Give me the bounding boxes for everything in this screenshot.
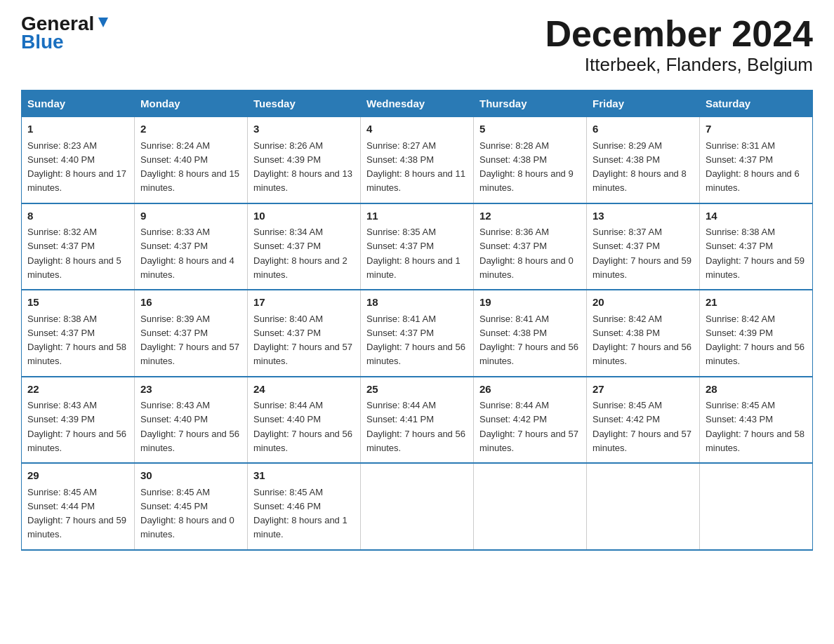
day-number: 6 — [593, 121, 694, 137]
table-row: 6 Sunrise: 8:29 AMSunset: 4:38 PMDayligh… — [587, 117, 700, 203]
table-row: 14 Sunrise: 8:38 AMSunset: 4:37 PMDaylig… — [700, 203, 813, 290]
logo: General Blue — [21, 14, 111, 53]
day-info: Sunrise: 8:41 AMSunset: 4:37 PMDaylight:… — [366, 314, 465, 367]
day-info: Sunrise: 8:44 AMSunset: 4:40 PMDaylight:… — [253, 400, 352, 453]
page-header: General Blue December 2024 Itterbeek, Fl… — [21, 14, 813, 76]
table-row: 11 Sunrise: 8:35 AMSunset: 4:37 PMDaylig… — [361, 203, 474, 290]
table-row: 26 Sunrise: 8:44 AMSunset: 4:42 PMDaylig… — [474, 377, 587, 464]
day-info: Sunrise: 8:26 AMSunset: 4:39 PMDaylight:… — [253, 140, 352, 194]
table-row: 20 Sunrise: 8:42 AMSunset: 4:38 PMDaylig… — [587, 290, 700, 377]
logo-triangle-icon — [95, 15, 111, 30]
table-row: 28 Sunrise: 8:45 AMSunset: 4:43 PMDaylig… — [700, 377, 813, 464]
table-row: 29 Sunrise: 8:45 AMSunset: 4:44 PMDaylig… — [22, 463, 135, 550]
day-number: 21 — [706, 295, 807, 311]
table-row: 24 Sunrise: 8:44 AMSunset: 4:40 PMDaylig… — [248, 377, 361, 464]
day-number: 1 — [27, 121, 128, 137]
day-number: 22 — [27, 382, 128, 398]
table-row: 21 Sunrise: 8:42 AMSunset: 4:39 PMDaylig… — [700, 290, 813, 377]
day-info: Sunrise: 8:38 AMSunset: 4:37 PMDaylight:… — [706, 227, 805, 280]
day-number: 13 — [593, 208, 694, 224]
day-number: 10 — [253, 208, 355, 224]
day-info: Sunrise: 8:45 AMSunset: 4:45 PMDaylight:… — [140, 487, 234, 540]
col-monday: Monday — [135, 90, 248, 117]
calendar-header-row: Sunday Monday Tuesday Wednesday Thursday… — [22, 90, 813, 117]
col-friday: Friday — [587, 90, 700, 117]
day-number: 7 — [706, 121, 807, 137]
day-number: 19 — [479, 295, 581, 311]
day-number: 20 — [593, 295, 694, 311]
table-row: 16 Sunrise: 8:39 AMSunset: 4:37 PMDaylig… — [135, 290, 248, 377]
table-row: 18 Sunrise: 8:41 AMSunset: 4:37 PMDaylig… — [361, 290, 474, 377]
day-number: 26 — [479, 382, 581, 398]
day-number: 29 — [27, 468, 128, 484]
calendar-week-row: 8 Sunrise: 8:32 AMSunset: 4:37 PMDayligh… — [22, 203, 813, 290]
day-number: 16 — [140, 295, 241, 311]
day-info: Sunrise: 8:39 AMSunset: 4:37 PMDaylight:… — [140, 314, 239, 367]
table-row — [474, 463, 587, 550]
page-subtitle: Itterbeek, Flanders, Belgium — [545, 54, 813, 76]
day-info: Sunrise: 8:40 AMSunset: 4:37 PMDaylight:… — [253, 314, 352, 367]
table-row: 17 Sunrise: 8:40 AMSunset: 4:37 PMDaylig… — [248, 290, 361, 377]
day-info: Sunrise: 8:37 AMSunset: 4:37 PMDaylight:… — [593, 227, 691, 280]
day-info: Sunrise: 8:44 AMSunset: 4:42 PMDaylight:… — [479, 400, 578, 453]
calendar-week-row: 15 Sunrise: 8:38 AMSunset: 4:37 PMDaylig… — [22, 290, 813, 377]
day-number: 14 — [706, 208, 807, 224]
table-row: 10 Sunrise: 8:34 AMSunset: 4:37 PMDaylig… — [248, 203, 361, 290]
col-thursday: Thursday — [474, 90, 587, 117]
table-row: 15 Sunrise: 8:38 AMSunset: 4:37 PMDaylig… — [22, 290, 135, 377]
day-number: 28 — [706, 382, 807, 398]
day-info: Sunrise: 8:38 AMSunset: 4:37 PMDaylight:… — [27, 314, 126, 367]
table-row: 5 Sunrise: 8:28 AMSunset: 4:38 PMDayligh… — [474, 117, 587, 203]
day-info: Sunrise: 8:44 AMSunset: 4:41 PMDaylight:… — [366, 400, 465, 453]
col-tuesday: Tuesday — [248, 90, 361, 117]
day-info: Sunrise: 8:45 AMSunset: 4:46 PMDaylight:… — [253, 487, 348, 540]
day-info: Sunrise: 8:36 AMSunset: 4:37 PMDaylight:… — [479, 227, 574, 280]
table-row — [587, 463, 700, 550]
day-info: Sunrise: 8:45 AMSunset: 4:43 PMDaylight:… — [706, 400, 805, 453]
table-row: 3 Sunrise: 8:26 AMSunset: 4:39 PMDayligh… — [248, 117, 361, 203]
day-number: 23 — [140, 382, 241, 398]
table-row: 27 Sunrise: 8:45 AMSunset: 4:42 PMDaylig… — [587, 377, 700, 464]
day-number: 27 — [593, 382, 694, 398]
day-number: 30 — [140, 468, 241, 484]
calendar-table: Sunday Monday Tuesday Wednesday Thursday… — [21, 90, 813, 551]
table-row: 1 Sunrise: 8:23 AMSunset: 4:40 PMDayligh… — [22, 117, 135, 203]
col-saturday: Saturday — [700, 90, 813, 117]
table-row: 9 Sunrise: 8:33 AMSunset: 4:37 PMDayligh… — [135, 203, 248, 290]
day-number: 3 — [253, 121, 355, 137]
calendar-week-row: 29 Sunrise: 8:45 AMSunset: 4:44 PMDaylig… — [22, 463, 813, 550]
table-row: 2 Sunrise: 8:24 AMSunset: 4:40 PMDayligh… — [135, 117, 248, 203]
day-number: 8 — [27, 208, 128, 224]
day-info: Sunrise: 8:42 AMSunset: 4:38 PMDaylight:… — [593, 314, 691, 367]
day-info: Sunrise: 8:41 AMSunset: 4:38 PMDaylight:… — [479, 314, 578, 367]
table-row: 8 Sunrise: 8:32 AMSunset: 4:37 PMDayligh… — [22, 203, 135, 290]
col-wednesday: Wednesday — [361, 90, 474, 117]
table-row: 19 Sunrise: 8:41 AMSunset: 4:38 PMDaylig… — [474, 290, 587, 377]
page-title: December 2024 — [545, 14, 813, 54]
day-number: 25 — [366, 382, 468, 398]
calendar-week-row: 1 Sunrise: 8:23 AMSunset: 4:40 PMDayligh… — [22, 117, 813, 203]
table-row: 25 Sunrise: 8:44 AMSunset: 4:41 PMDaylig… — [361, 377, 474, 464]
day-number: 5 — [479, 121, 581, 137]
table-row: 30 Sunrise: 8:45 AMSunset: 4:45 PMDaylig… — [135, 463, 248, 550]
day-number: 15 — [27, 295, 128, 311]
table-row: 22 Sunrise: 8:43 AMSunset: 4:39 PMDaylig… — [22, 377, 135, 464]
day-number: 18 — [366, 295, 468, 311]
svg-marker-0 — [98, 18, 108, 27]
day-number: 2 — [140, 121, 241, 137]
day-info: Sunrise: 8:23 AMSunset: 4:40 PMDaylight:… — [27, 140, 126, 194]
table-row: 12 Sunrise: 8:36 AMSunset: 4:37 PMDaylig… — [474, 203, 587, 290]
calendar-week-row: 22 Sunrise: 8:43 AMSunset: 4:39 PMDaylig… — [22, 377, 813, 464]
day-info: Sunrise: 8:33 AMSunset: 4:37 PMDaylight:… — [140, 227, 234, 280]
table-row — [361, 463, 474, 550]
day-number: 11 — [366, 208, 468, 224]
day-number: 4 — [366, 121, 468, 137]
day-number: 24 — [253, 382, 355, 398]
day-info: Sunrise: 8:24 AMSunset: 4:40 PMDaylight:… — [140, 140, 239, 194]
day-number: 9 — [140, 208, 241, 224]
table-row: 31 Sunrise: 8:45 AMSunset: 4:46 PMDaylig… — [248, 463, 361, 550]
col-sunday: Sunday — [22, 90, 135, 117]
day-info: Sunrise: 8:32 AMSunset: 4:37 PMDaylight:… — [27, 227, 121, 280]
day-info: Sunrise: 8:43 AMSunset: 4:39 PMDaylight:… — [27, 400, 126, 453]
day-info: Sunrise: 8:45 AMSunset: 4:42 PMDaylight:… — [593, 400, 691, 453]
